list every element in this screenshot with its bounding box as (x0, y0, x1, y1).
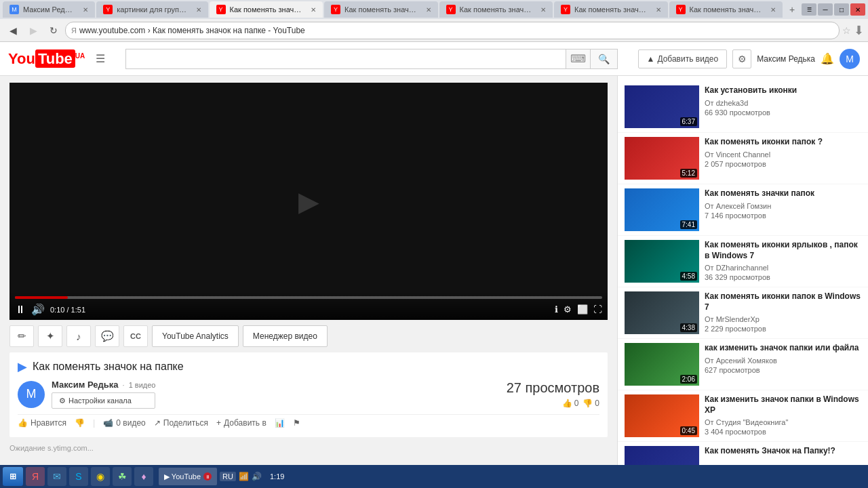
active-window-label: ▶ YouTube (164, 472, 201, 481)
tab-2-close[interactable]: ✕ (196, 6, 201, 14)
logo-ua: UA (75, 52, 85, 59)
music-button[interactable]: ♪ (66, 325, 91, 347)
windows-logo: ⊞ (9, 472, 16, 481)
active-window-tab[interactable]: ▶ YouTube ⏸ (159, 468, 217, 485)
like-action-icon: 👍 (18, 418, 28, 428)
taskbar-icon-3[interactable]: S (69, 467, 88, 486)
tab-3[interactable]: Y Как поменять значо... ✕ (210, 1, 323, 18)
tab-2[interactable]: Y картинки для групп... ✕ (96, 1, 208, 18)
sidebar-item[interactable]: 7:41 Как поменять значки папок От Алексе… (618, 184, 868, 236)
thumbnail-duration: 4:38 (680, 323, 697, 332)
hamburger-menu-button[interactable]: ☰ (96, 52, 105, 65)
cc-button[interactable]: CC (123, 325, 148, 347)
tab-3-close[interactable]: ✕ (311, 6, 316, 14)
minimize-button[interactable]: ─ (818, 3, 833, 16)
start-button[interactable]: ⊞ (3, 467, 23, 486)
stats-action[interactable]: 📊 (275, 418, 285, 428)
like-action[interactable]: 👍 Нравится (18, 418, 66, 428)
video-player[interactable]: ▶ ⏸ 🔊 0:10 / 1:51 (9, 83, 608, 320)
sidebar-item-info: Как поменять иконки ярлыков , папок в Wi… (705, 240, 861, 283)
channel-avatar[interactable]: М (18, 381, 45, 408)
settings-label: Настройки канала (68, 396, 132, 405)
sidebar-item[interactable]: 0:45 Как изменить значок папки в Windows… (618, 390, 868, 442)
pause-button[interactable]: ⏸ (15, 304, 26, 316)
back-button[interactable]: ◀ (4, 22, 22, 39)
tab-3-icon: Y (216, 5, 226, 14)
youtube-header: YouTubeUA ☰ ⌨ 🔍 ▲ Добавить видео ⚙ Макси… (0, 42, 868, 76)
tab-1[interactable]: М Максим Редька ✕ (3, 1, 95, 18)
channel-settings-button[interactable]: ⚙ Настройки канала (52, 392, 155, 409)
youtube-analytics-button[interactable]: YouTube Analytics (152, 325, 239, 347)
video-manager-button[interactable]: Менеджер видео (243, 325, 328, 347)
new-tab-button[interactable]: + (784, 1, 800, 18)
yandex-icon: Я (71, 26, 77, 35)
tab-6-close[interactable]: ✕ (656, 6, 661, 14)
tab-6[interactable]: Y Как поменять значо... ✕ (554, 1, 668, 18)
add-video-icon: ▲ (647, 54, 655, 64)
maximize-button[interactable]: □ (834, 3, 849, 16)
taskbar-icon-6[interactable]: ♦ (134, 467, 153, 486)
forward-button[interactable]: ▶ (24, 22, 42, 39)
tab-4-close[interactable]: ✕ (426, 6, 431, 14)
tab-4-icon: Y (331, 5, 340, 14)
youtube-logo[interactable]: YouTubeUA (8, 50, 85, 68)
tab-5[interactable]: Y Как поменять значо... ✕ (439, 1, 553, 18)
taskbar-icon-4[interactable]: ◉ (91, 467, 110, 486)
sidebar-item[interactable]: 1:19 Как поменять Значок на Папку!? (618, 442, 868, 465)
tab-4[interactable]: Y Как поменять значо... ✕ (324, 1, 438, 18)
tab-5-label: Как поменять значо... (460, 5, 534, 14)
sidebar-item-info: Как поменять значки папок От Алексей Гом… (705, 188, 861, 231)
search-input[interactable] (125, 49, 566, 69)
thumbnail-duration: 7:41 (680, 220, 697, 229)
progress-bar[interactable] (15, 296, 602, 299)
tab-1-close[interactable]: ✕ (83, 6, 88, 14)
edit-button[interactable]: ✏ (9, 325, 34, 347)
enhance-button[interactable]: ✦ (38, 325, 62, 347)
notifications-bell-icon[interactable]: 🔔 (821, 52, 834, 65)
settings-gear-icon[interactable]: ⚙ (564, 304, 572, 314)
bookmark-button[interactable]: ☆ (842, 25, 851, 36)
taskbar-icon-2[interactable]: ✉ (47, 467, 66, 486)
comment-button[interactable]: 💬 (95, 325, 119, 347)
search-button[interactable]: 🔍 (591, 49, 618, 69)
add-action[interactable]: + Добавить в (216, 418, 267, 428)
username-label: Максим Редька (757, 54, 815, 64)
volume-button[interactable]: 🔊 (31, 303, 45, 316)
sidebar-item-views: 36 329 просмотров (705, 273, 861, 281)
settings-button[interactable]: ⚙ (732, 49, 751, 68)
sidebar-item[interactable]: 4:38 Как поменять иконки папок в Windows… (618, 287, 868, 339)
reload-button[interactable]: ↻ (45, 22, 62, 39)
flag-action[interactable]: ⚑ (293, 418, 300, 428)
sidebar-item-views: 66 930 просмотров (705, 108, 861, 117)
like-number: 0 (574, 399, 579, 408)
sidebar-item-title: Как установить иконки (705, 85, 861, 96)
theater-mode-button[interactable]: ⬜ (577, 304, 588, 314)
tray-volume-icon: 🔊 (252, 472, 262, 481)
tab-7-close[interactable]: ✕ (770, 6, 776, 14)
sidebar-item[interactable]: 4:58 Как поменять иконки ярлыков , папок… (618, 236, 868, 287)
address-bar[interactable]: Я www.youtube.com › Как поменять значок … (65, 22, 840, 39)
window-menu-button[interactable]: ☰ (802, 3, 816, 16)
tab-7[interactable]: Y Как поменять значо... ✕ (669, 1, 783, 18)
sidebar-item[interactable]: 6:37 Как установить иконки От dzheka3d 6… (618, 81, 868, 133)
user-avatar[interactable]: М (840, 49, 860, 69)
close-button[interactable]: ✕ (850, 3, 865, 16)
taskbar-icon-yandex[interactable]: Я (26, 467, 45, 486)
tab-3-label: Как поменять значо... (230, 5, 304, 14)
download-button[interactable]: ⬇ (854, 23, 864, 38)
tab-5-close[interactable]: ✕ (540, 6, 546, 14)
sidebar-item[interactable]: 2:06 как изменить значок папки или файла… (618, 339, 868, 390)
taskbar-icon-5[interactable]: ☘ (113, 467, 132, 486)
add-icon: + (216, 418, 221, 428)
dislike-action[interactable]: 👎 (75, 418, 85, 428)
sidebar-item[interactable]: 5:12 Как поменять иконки папок ? От Vinc… (618, 133, 868, 184)
add-video-button[interactable]: ▲ Добавить видео (638, 49, 728, 68)
tab-2-icon: Y (103, 5, 113, 14)
share-action[interactable]: ↗ Поделиться (154, 418, 208, 428)
fullscreen-button[interactable]: ⛶ (593, 304, 602, 314)
keyboard-icon[interactable]: ⌨ (566, 49, 591, 69)
navigation-toolbar: ◀ ▶ ↻ Я www.youtube.com › Как поменять з… (0, 19, 868, 42)
language-indicator[interactable]: RU (220, 472, 236, 481)
below-player-controls: ✏ ✦ ♪ 💬 CC YouTube Analytics Мен (9, 325, 608, 347)
info-button[interactable]: ℹ (555, 304, 558, 314)
